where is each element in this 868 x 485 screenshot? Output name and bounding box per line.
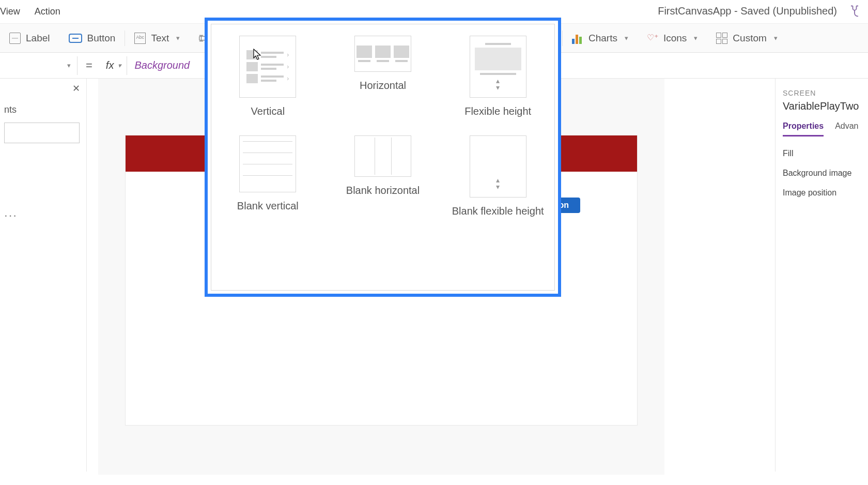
ribbon-label-text: Label <box>26 33 50 44</box>
gallery-option-blank-vertical[interactable]: Blank vertical <box>221 135 315 218</box>
property-dropdown[interactable]: ▾ <box>0 56 78 75</box>
thumb-blank-vertical <box>239 135 296 192</box>
label-icon <box>9 33 21 44</box>
chevron-down-icon: ▾ <box>694 34 698 42</box>
gallery-option-vertical[interactable]: › › › Vertical <box>221 36 315 118</box>
gallery-dropdown-highlight: › › › Vertical Horizontal ▴▾ <box>205 18 561 297</box>
gallery-option-horizontal[interactable]: Horizontal <box>336 36 430 118</box>
button-icon <box>69 34 82 43</box>
tab-advanced[interactable]: Advan <box>835 122 858 137</box>
gallery-option-blank-flexible[interactable]: ▴▾ Blank flexible height <box>451 135 545 218</box>
thumb-vertical: › › › <box>239 36 296 98</box>
gallery-option-label: Blank vertical <box>237 200 299 213</box>
tree-item-more[interactable]: ... <box>4 205 82 220</box>
thumb-blank-horizontal <box>354 135 411 177</box>
ribbon-charts[interactable]: Charts ▾ <box>563 24 638 52</box>
tree-search-input[interactable] <box>4 123 80 143</box>
gallery-option-flexible[interactable]: ▴▾ Flexible height <box>451 36 545 118</box>
gallery-option-label: Blank horizontal <box>346 184 420 197</box>
app-title: FirstCanvasApp - Saved (Unpublished) <box>658 5 837 17</box>
equals-sign: = <box>78 59 101 72</box>
ribbon-custom-text: Custom <box>733 33 766 44</box>
custom-icon <box>716 33 727 44</box>
properties-panel: SCREEN VariablePlayTwo Properties Advan … <box>775 79 868 472</box>
gallery-dropdown: › › › Vertical Horizontal ▴▾ <box>211 24 555 291</box>
close-icon[interactable]: ✕ <box>72 83 80 94</box>
gallery-option-blank-horizontal[interactable]: Blank horizontal <box>336 135 430 218</box>
tree-section-label: nts <box>4 104 82 115</box>
icons-icon: ♡⁺ <box>647 33 658 44</box>
prop-fill[interactable]: Fill <box>783 149 861 158</box>
ribbon-charts-text: Charts <box>588 33 617 44</box>
properties-kicker: SCREEN <box>783 89 861 97</box>
chevron-down-icon: ▾ <box>118 62 121 69</box>
prop-image-position[interactable]: Image position <box>783 188 861 198</box>
prop-background-image[interactable]: Background image <box>783 169 861 178</box>
ribbon-custom[interactable]: Custom ▾ <box>707 24 786 52</box>
gallery-option-label: Flexible height <box>464 105 531 118</box>
chevron-down-icon: ▾ <box>625 34 628 42</box>
ribbon-label[interactable]: Label <box>0 24 59 52</box>
charts-icon <box>572 33 583 44</box>
gallery-option-label: Vertical <box>251 105 285 118</box>
ribbon-button-text: Button <box>87 33 116 44</box>
ribbon-text-text: Text <box>151 33 169 44</box>
ribbon-icons-text: Icons <box>663 33 687 44</box>
fx-button[interactable]: fx▾ <box>101 56 128 75</box>
thumb-flexible: ▴▾ <box>470 36 526 98</box>
properties-tabs: Properties Advan <box>783 122 861 137</box>
menu-action[interactable]: Action <box>35 6 60 17</box>
thumb-horizontal <box>354 36 411 72</box>
gallery-option-label: Horizontal <box>360 79 406 92</box>
ribbon-text[interactable]: Text ▾ <box>125 24 189 52</box>
fx-label: fx <box>106 59 114 71</box>
thumb-blank-flexible: ▴▾ <box>470 135 526 198</box>
chevron-down-icon: ▾ <box>176 34 180 42</box>
tab-properties[interactable]: Properties <box>783 122 824 137</box>
formula-text[interactable]: Background <box>127 59 190 71</box>
chevron-down-icon: ▾ <box>774 34 778 42</box>
ribbon-icons[interactable]: ♡⁺ Icons ▾ <box>638 24 707 52</box>
ribbon-button[interactable]: Button <box>59 24 125 52</box>
gallery-option-label: Blank flexible height <box>452 205 544 218</box>
properties-title: VariablePlayTwo <box>783 100 861 112</box>
text-icon <box>134 33 146 44</box>
app-checker-icon[interactable] <box>847 4 862 21</box>
chevron-down-icon: ▾ <box>67 62 71 69</box>
tree-view-panel: ✕ nts ... <box>0 79 87 472</box>
menu-view[interactable]: View <box>0 6 20 17</box>
